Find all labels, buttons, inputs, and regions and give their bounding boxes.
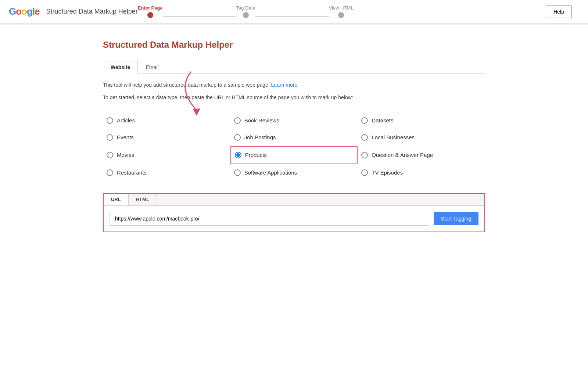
- progress-steps: Enter Page Tag Data View HTML: [138, 5, 354, 18]
- radio-tv-episodes[interactable]: [361, 169, 368, 176]
- help-button[interactable]: Help: [546, 6, 572, 18]
- data-type-events[interactable]: Events: [103, 129, 230, 146]
- data-type-job-postings[interactable]: Job Postings: [230, 129, 358, 146]
- logo-area: Google Structured Data Markup Helper: [9, 6, 138, 17]
- step3-dot: [338, 12, 344, 18]
- url-input-row: Start Tagging: [104, 206, 484, 232]
- header-right: Enter Page Tag Data View HTML Help: [138, 5, 579, 18]
- data-type-movies[interactable]: Movies: [103, 146, 230, 164]
- radio-movies[interactable]: [107, 152, 113, 158]
- app-header: Google Structured Data Markup Helper Ent…: [0, 0, 588, 24]
- data-type-tv-episodes[interactable]: TV Episodes: [358, 164, 485, 181]
- radio-events[interactable]: [107, 134, 113, 141]
- description-2: To get started, select a data type, then…: [103, 93, 485, 101]
- data-type-software-applications[interactable]: Software Applications: [230, 164, 358, 181]
- data-type-products[interactable]: Products: [230, 146, 358, 164]
- data-type-restaurants[interactable]: Restaurants: [103, 164, 230, 181]
- data-type-book-reviews[interactable]: Book Reviews: [230, 112, 358, 129]
- learn-more-link[interactable]: Learn more: [271, 82, 298, 88]
- radio-software-applications[interactable]: [234, 169, 241, 176]
- radio-products[interactable]: [235, 152, 241, 158]
- data-type-articles[interactable]: Articles: [103, 112, 230, 129]
- radio-job-postings[interactable]: [234, 134, 241, 141]
- radio-restaurants[interactable]: [107, 169, 113, 176]
- step-connector-2: [255, 16, 329, 17]
- radio-products-fill: [236, 153, 240, 157]
- description-1: This tool will help you add structured-d…: [103, 81, 485, 89]
- data-type-datasets[interactable]: Datasets: [358, 112, 485, 129]
- mode-tabs: Website Email: [103, 61, 485, 74]
- radio-question-answer[interactable]: [361, 152, 368, 158]
- step2-label: Tag Data: [236, 5, 255, 11]
- radio-datasets[interactable]: [361, 117, 368, 124]
- data-types-grid: Articles Book Reviews Datasets Events Jo…: [103, 112, 485, 181]
- main-content: Structured Data Markup Helper Website Em…: [74, 40, 514, 232]
- app-title: Structured Data Markup Helper: [46, 8, 138, 15]
- tab-email[interactable]: Email: [138, 61, 166, 74]
- radio-book-reviews[interactable]: [234, 117, 241, 124]
- url-tab-url[interactable]: URL: [104, 194, 129, 205]
- step1-label: Enter Page: [138, 5, 163, 11]
- url-tabs: URL HTML: [104, 194, 484, 206]
- step-view-html: View HTML: [329, 5, 354, 18]
- step-connector-1: [163, 16, 236, 17]
- start-tagging-button[interactable]: Start Tagging: [434, 212, 478, 225]
- step3-label: View HTML: [329, 5, 354, 11]
- data-types-container: Articles Book Reviews Datasets Events Jo…: [103, 112, 485, 181]
- url-input[interactable]: [110, 212, 429, 226]
- page-title: Structured Data Markup Helper: [103, 40, 485, 50]
- header-separator: [0, 24, 588, 25]
- radio-articles[interactable]: [107, 117, 113, 124]
- step1-dot: [147, 12, 153, 18]
- data-type-local-businesses[interactable]: Local Businesses: [358, 129, 485, 146]
- tab-website[interactable]: Website: [103, 61, 138, 74]
- google-logo: Google: [9, 6, 40, 17]
- url-section: URL HTML Start Tagging: [103, 193, 485, 232]
- step-enter-page: Enter Page: [138, 5, 163, 18]
- step2-dot: [243, 12, 249, 18]
- radio-local-businesses[interactable]: [361, 134, 368, 141]
- step-tag-data: Tag Data: [236, 5, 255, 18]
- data-type-question-answer[interactable]: Question & Answer Page: [358, 146, 485, 164]
- url-tab-html[interactable]: HTML: [129, 194, 157, 205]
